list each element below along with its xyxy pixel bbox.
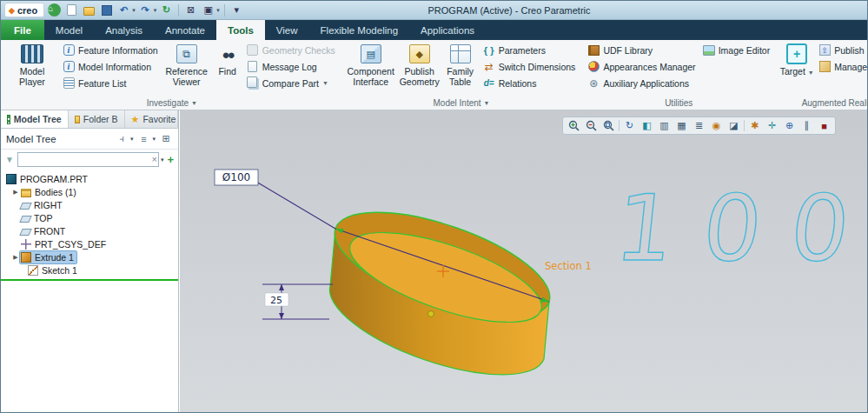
- insert-here-indicator[interactable]: [1, 279, 178, 281]
- manage-model-button[interactable]: Manage Model: [815, 58, 868, 75]
- tree-row-extrude-1[interactable]: ▶ Extrude 1: [1, 250, 178, 263]
- udf-library-icon: [588, 45, 600, 56]
- tab-flexible-modeling[interactable]: Flexible Modeling: [309, 20, 410, 40]
- undo-dropdown[interactable]: ▾: [132, 7, 136, 14]
- new-button[interactable]: [64, 3, 79, 17]
- diameter-dimension-text[interactable]: Ø100: [222, 171, 250, 183]
- message-log-button[interactable]: Message Log: [243, 58, 339, 75]
- reference-viewer-icon: ⧉: [176, 44, 197, 63]
- parameters-button[interactable]: { } Parameters: [480, 42, 580, 58]
- tab-analysis[interactable]: Analysis: [94, 20, 154, 40]
- open-button[interactable]: [82, 3, 96, 17]
- save-button[interactable]: [99, 3, 114, 17]
- component-interface-button[interactable]: ▤ Component Interface: [344, 41, 398, 88]
- model-tree-header: Model Tree ⫞ ▾ ≡ ▾ ⊞: [1, 129, 178, 150]
- model-information-button[interactable]: i Model Information: [59, 58, 162, 75]
- redo-dropdown[interactable]: ▾: [154, 7, 157, 14]
- publish-model-button[interactable]: ⇧ Publish Model: [815, 42, 868, 58]
- tree-row-program-prt[interactable]: PROGRAM.PRT: [1, 172, 178, 185]
- section-label[interactable]: Section 1: [545, 260, 592, 272]
- undo-button[interactable]: ↶: [116, 3, 131, 17]
- geometry-checks-icon: [247, 44, 258, 56]
- tree-display-options-button[interactable]: ⫞: [115, 132, 129, 146]
- customize-qat-button[interactable]: ▾: [229, 3, 244, 17]
- tab-annotate[interactable]: Annotate: [154, 20, 216, 40]
- tree-columns-button[interactable]: ⊞: [159, 132, 173, 146]
- home-button[interactable]: ⌂: [47, 3, 62, 17]
- tree-settings-button[interactable]: ≡: [136, 132, 150, 146]
- tree-row-front[interactable]: FRONT: [1, 224, 178, 237]
- creo-parametric-window: ◆ creo ⌂ ↶▾ ↷▾ ↻ ⊠ ▣▾ ▾ PROGRAM (Active)…: [0, 0, 868, 413]
- filter-add-button[interactable]: +: [167, 153, 174, 166]
- windows-dropdown[interactable]: ▾: [216, 7, 220, 14]
- tree-row-right[interactable]: RIGHT: [1, 198, 178, 211]
- feature-list-button[interactable]: Feature List: [59, 75, 162, 91]
- model-player-button[interactable]: Model Player: [5, 41, 59, 88]
- tab-applications[interactable]: Applications: [409, 20, 486, 40]
- filter-clear-icon[interactable]: ×: [151, 153, 156, 166]
- creo-logo-text: creo: [17, 5, 37, 16]
- coordinate-system-icon: [21, 239, 31, 250]
- compare-part-button[interactable]: Compare Part ▼: [243, 75, 339, 91]
- filter-dropdown-icon[interactable]: ▾: [161, 157, 164, 163]
- model-intent-overflow-icon: ▼: [484, 100, 490, 106]
- close-window-button[interactable]: ⊠: [183, 3, 198, 17]
- find-button[interactable]: ●● Find: [212, 41, 243, 77]
- auxiliary-applications-button[interactable]: ⊛ Auxiliary Applications: [584, 75, 699, 91]
- windows-button[interactable]: ▣: [201, 3, 215, 17]
- image-editor-button[interactable]: Image Editor: [699, 42, 774, 58]
- tree-settings-dropdown-icon[interactable]: ▾: [152, 136, 156, 143]
- publish-geometry-icon: ◆: [409, 44, 430, 63]
- relations-icon: d=: [484, 78, 494, 88]
- tree-row-csys[interactable]: PRT_CSYS_DEF: [1, 237, 178, 250]
- relations-button[interactable]: d= Relations: [480, 75, 580, 91]
- model-3d-view[interactable]: 100 Ø100 2: [180, 110, 867, 412]
- model-tree-tab-icon: [7, 115, 10, 124]
- tab-tools[interactable]: Tools: [216, 20, 265, 40]
- regenerate-button[interactable]: ↻: [159, 3, 174, 17]
- graphics-viewport[interactable]: ↻ ◧ ▥ ▦ ≣ ◉ ◪ ✱ ✛ ⊕ ∥ ■: [180, 110, 867, 412]
- ribbon-tab-bar: File Model Analysis Annotate Tools View …: [1, 20, 867, 40]
- tab-favorites[interactable]: ★ Favorite: [125, 110, 178, 128]
- target-button[interactable]: + Target ▼: [779, 41, 815, 77]
- augmented-reality-group: + Target ▼ ⇧ Publish Model Manage Model …: [776, 40, 868, 110]
- extrude-expander-icon[interactable]: ▶: [11, 254, 20, 261]
- investigate-group-label[interactable]: Investigate ▼: [5, 97, 339, 110]
- redo-button[interactable]: ↷: [138, 3, 153, 17]
- publish-geometry-button[interactable]: ◆ Publish Geometry: [398, 41, 441, 88]
- compare-part-icon: [247, 77, 257, 88]
- model-intent-group-label[interactable]: Model Intent ▼: [344, 97, 580, 110]
- tree-display-dropdown-icon[interactable]: ▾: [130, 136, 134, 143]
- tree-row-sketch-1[interactable]: Sketch 1: [1, 263, 178, 276]
- tree-filter-input[interactable]: [17, 152, 159, 167]
- tree-filter-row: ▼ × ▾ +: [1, 150, 178, 170]
- model-tree-title: Model Tree: [6, 134, 111, 144]
- bodies-folder-icon: [21, 189, 31, 197]
- main-area: Model Tree Folder B ★ Favorite Model Tre…: [1, 110, 867, 412]
- tab-folder-browser[interactable]: Folder B: [69, 110, 125, 128]
- geometry-checks-button[interactable]: Geometry Checks: [243, 42, 339, 58]
- model-tree: PROGRAM.PRT ▶ Bodies (1) RIGHT TOP FRONT…: [1, 170, 178, 281]
- tab-view[interactable]: View: [265, 20, 309, 40]
- message-log-icon: [248, 61, 257, 72]
- bodies-expander-icon[interactable]: ▶: [11, 189, 20, 196]
- switch-dimensions-button[interactable]: ⇄ Switch Dimensions: [480, 58, 580, 75]
- appearances-manager-button[interactable]: Appearances Manager: [584, 58, 699, 75]
- feature-information-button[interactable]: i Feature Information: [59, 42, 162, 58]
- depth-dimension-text[interactable]: 25: [270, 295, 282, 306]
- udf-library-button[interactable]: UDF Library: [584, 42, 699, 58]
- ribbon: Model Player i Feature Information i Mod…: [1, 40, 867, 110]
- tab-model[interactable]: Model: [44, 20, 94, 40]
- extrude-feature-icon: [21, 252, 31, 263]
- model-tree-panel: Model Tree Folder B ★ Favorite Model Tre…: [1, 110, 179, 412]
- family-table-button[interactable]: Family Table: [441, 41, 480, 88]
- tab-model-tree[interactable]: Model Tree: [1, 110, 69, 128]
- tree-row-top[interactable]: TOP: [1, 211, 178, 224]
- target-dropdown-icon: ▼: [808, 70, 814, 76]
- tab-file[interactable]: File: [1, 20, 44, 40]
- model-player-icon: [21, 44, 43, 63]
- ar-target-icon: +: [786, 43, 807, 64]
- reference-viewer-button[interactable]: ⧉ Reference Viewer: [162, 41, 212, 88]
- tree-row-bodies[interactable]: ▶ Bodies (1): [1, 185, 178, 198]
- datum-point[interactable]: [428, 311, 434, 317]
